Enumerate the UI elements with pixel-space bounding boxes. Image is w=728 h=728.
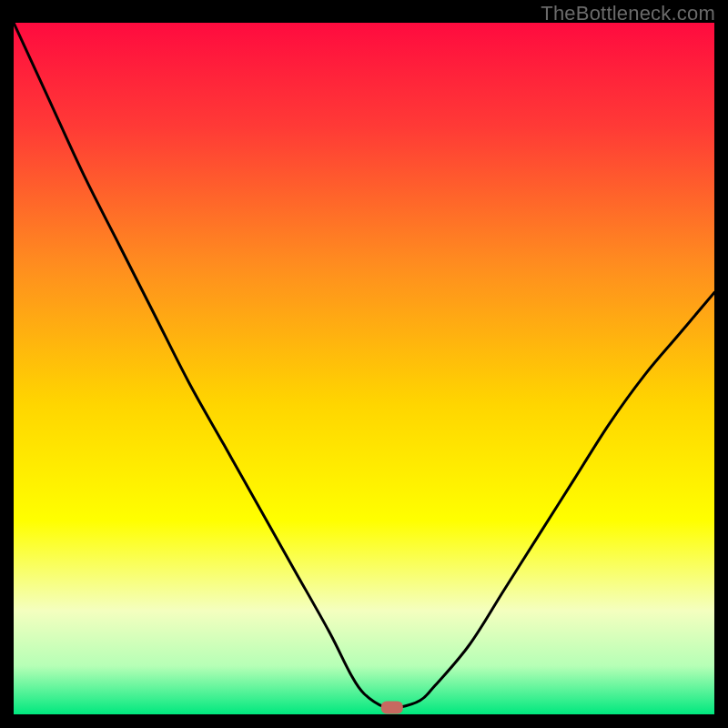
gradient-background [14,23,714,714]
chart-frame [14,23,714,714]
optimal-point-marker [381,701,403,713]
bottleneck-chart [14,23,714,714]
